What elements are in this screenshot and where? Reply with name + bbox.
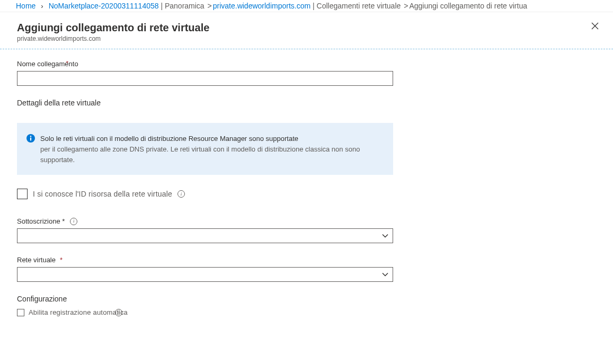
info-text: Solo le reti virtuali con il modello di … — [40, 134, 384, 165]
link-name-label: Nome collegamento — [17, 60, 596, 68]
breadcrumb-minisep: > — [402, 2, 408, 10]
subscription-select[interactable] — [17, 228, 393, 243]
breadcrumb: Home › NoMarketplace-20200311114058 | Pa… — [0, 0, 613, 12]
chevron-down-icon — [382, 271, 388, 278]
info-banner: Solo le reti virtuali con il modello di … — [17, 123, 393, 175]
info-icon — [26, 134, 35, 143]
breadcrumb-separator: | — [159, 2, 165, 10]
config-heading: Configurazione — [17, 295, 596, 303]
form-content: Nome collegamento Dettagli della rete vi… — [0, 49, 613, 332]
breadcrumb-marketplace[interactable]: NoMarketplace-20200311114058 — [49, 2, 159, 10]
close-icon — [590, 22, 600, 30]
chevron-down-icon — [382, 233, 388, 239]
info-icon[interactable]: i — [70, 218, 77, 225]
svg-rect-2 — [30, 138, 31, 141]
svg-point-1 — [30, 136, 31, 137]
link-name-field: Nome collegamento — [17, 60, 596, 86]
info-icon[interactable]: i — [177, 190, 185, 198]
info-line1: Solo le reti virtuali con il modello di … — [40, 134, 384, 144]
page-subtitle: private.wideworldimports.com — [17, 35, 596, 42]
breadcrumb-separator: | — [310, 2, 316, 10]
know-id-label: I si conosce l'ID risorsa della rete vir… — [33, 190, 172, 198]
breadcrumb-minisep: > — [206, 2, 212, 10]
autoreg-checkbox[interactable] — [17, 309, 24, 316]
autoreg-row: Abilita registrazione automatica i — [17, 308, 596, 316]
vnet-field: Rete virtuale * — [17, 256, 596, 282]
page-header: Aggiungi collegamento di rete virtuale p… — [0, 12, 613, 49]
vnet-label: Rete virtuale — [17, 256, 56, 264]
vnet-details-heading: Dettagli della rete virtuale — [17, 99, 596, 107]
know-id-checkbox[interactable] — [17, 189, 28, 199]
breadcrumb-panoramica: Panoramica — [165, 2, 205, 10]
close-button[interactable] — [590, 22, 600, 32]
breadcrumb-links: Collegamenti rete virtuale — [317, 2, 401, 10]
know-id-row: I si conosce l'ID risorsa della rete vir… — [17, 189, 596, 199]
info-icon[interactable]: i — [115, 309, 122, 316]
required-star: * — [60, 256, 63, 264]
subscription-field: Sottoscrizione * i — [17, 217, 596, 243]
info-line2: per il collegamento alle zone DNS privat… — [40, 144, 384, 165]
breadcrumb-zone[interactable]: private.wideworldimports.com — [213, 2, 310, 10]
subscription-label: Sottoscrizione * — [17, 217, 65, 225]
page-title: Aggiungi collegamento di rete virtuale — [17, 22, 596, 34]
breadcrumb-home[interactable]: Home — [16, 2, 35, 10]
link-name-input[interactable] — [17, 71, 393, 86]
breadcrumb-current: Aggiungi collegamento di rete virtua — [409, 2, 527, 10]
chevron-right-icon: › — [41, 2, 43, 10]
vnet-select[interactable] — [17, 267, 393, 282]
autoreg-label: Abilita registrazione automatica — [29, 308, 128, 316]
